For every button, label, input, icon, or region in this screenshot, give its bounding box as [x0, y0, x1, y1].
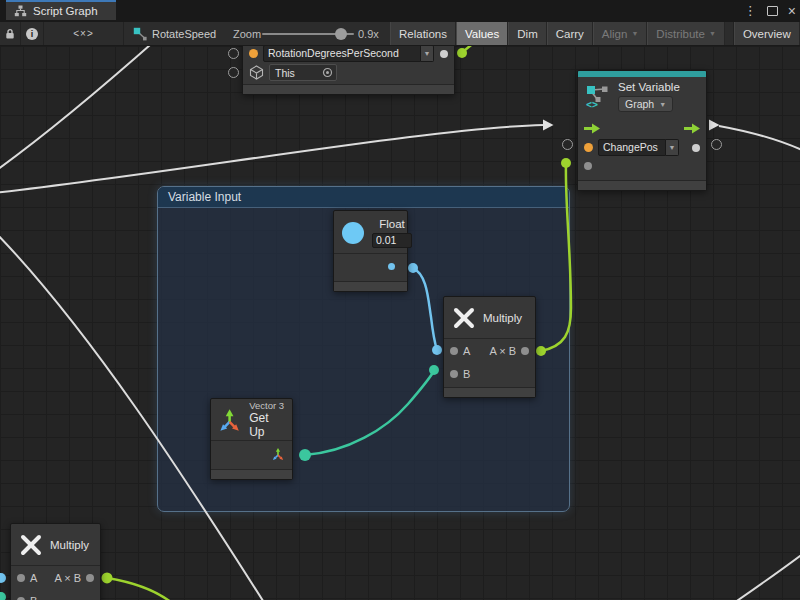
zoom-to-fit-button[interactable]: <×>	[44, 22, 124, 45]
graph-node-icon	[133, 27, 147, 41]
port-label: A	[30, 572, 37, 584]
flow-arrowhead	[709, 119, 719, 130]
flow-wire	[734, 553, 800, 600]
multiply-x-icon	[19, 533, 43, 557]
tab-bar: Script Graph ⋮ ×	[0, 0, 800, 22]
flow-arrowhead	[543, 119, 553, 130]
value-port[interactable]	[249, 49, 258, 58]
node-title: Multiply	[50, 539, 89, 551]
node-title: Multiply	[483, 312, 522, 324]
value-port[interactable]	[388, 263, 395, 270]
value-port[interactable]	[17, 574, 25, 582]
target-object-field[interactable]: This	[269, 64, 337, 81]
float-icon	[342, 222, 364, 244]
float-value-input[interactable]	[372, 233, 412, 248]
zoom-slider-handle[interactable]	[335, 28, 347, 40]
value-port[interactable]	[584, 162, 592, 170]
toolbar-button-values[interactable]: Values	[456, 22, 508, 45]
tab-title: Script Graph	[33, 5, 98, 17]
tab-script-graph[interactable]: Script Graph	[6, 0, 116, 20]
node-multiply-bottom[interactable]: Multiply A A × B B	[10, 523, 101, 600]
chevron-down-icon[interactable]: ▼	[666, 139, 679, 156]
port-label: A × B	[54, 572, 81, 584]
value-port[interactable]	[86, 574, 94, 582]
vector3-axes-icon	[217, 407, 242, 433]
variable-name-value: RotationDegreesPerSecond	[263, 45, 421, 62]
toolbar-separator	[725, 22, 734, 45]
inspect-button[interactable]: i	[21, 22, 44, 45]
graph-name: RotateSpeed	[152, 28, 216, 40]
wire-endpoint	[101, 572, 112, 583]
toolbar-button-overview[interactable]: Overview	[734, 22, 800, 45]
group-header[interactable]: Variable Input	[158, 187, 569, 208]
value-bubble	[228, 67, 239, 78]
object-picker-icon[interactable]	[322, 67, 333, 78]
chevron-down-icon[interactable]: ▼	[421, 45, 434, 62]
set-variable-icon: <>	[584, 83, 611, 110]
toolbar-button-relations[interactable]: Relations	[390, 22, 456, 45]
menu-icon[interactable]: ⋮	[744, 0, 757, 22]
svg-text:<>: <>	[586, 99, 598, 110]
wire-endpoint	[561, 158, 571, 168]
node-multiply-top[interactable]: Multiply A A × B B	[443, 296, 536, 398]
variable-name-dropdown[interactable]: RotationDegreesPerSecond ▼	[263, 45, 434, 62]
port-label: A × B	[489, 345, 516, 357]
node-float-literal[interactable]: Float	[333, 210, 408, 292]
port-label: B	[30, 595, 37, 600]
value-bubble	[562, 139, 573, 150]
value-port[interactable]	[692, 144, 700, 152]
vector3-port-icon[interactable]	[271, 447, 285, 461]
value-port[interactable]	[584, 143, 593, 152]
toolbar-button-distribute[interactable]: Distribute▼	[647, 22, 725, 45]
node-set-variable[interactable]: <> Set Variable Graph ▼ ChangePos ▼	[577, 70, 707, 191]
graph-tree-icon	[14, 5, 27, 17]
node-type-label: Vector 3	[249, 400, 286, 411]
node-get-up[interactable]: Vector 3 Get Up	[210, 398, 293, 480]
toolbar-button-align[interactable]: Align▼	[593, 22, 648, 45]
node-title: Float	[372, 218, 412, 230]
node-footer	[211, 469, 292, 479]
chevron-down-icon: ▼	[709, 30, 716, 37]
target-value: This	[275, 67, 295, 79]
node-footer	[243, 84, 454, 94]
close-icon[interactable]: ×	[788, 0, 796, 22]
graph-toolbar: i <×> RotateSpeed Zoom 0.9x Relations Va…	[0, 22, 800, 46]
cube-icon	[249, 65, 264, 80]
node-title: Set Variable	[618, 81, 680, 93]
info-icon: i	[26, 28, 38, 40]
wire-endpoint	[0, 573, 6, 583]
value-port[interactable]	[440, 50, 448, 58]
port-label: B	[463, 368, 470, 380]
value-port[interactable]	[17, 597, 25, 600]
toolbar-button-carry[interactable]: Carry	[547, 22, 593, 45]
value-port[interactable]	[450, 370, 458, 378]
node-footer	[444, 387, 535, 397]
variable-name-dropdown[interactable]: ChangePos ▼	[598, 139, 679, 156]
flow-wire	[719, 126, 800, 151]
wire-endpoint	[457, 48, 467, 58]
value-port[interactable]	[450, 347, 458, 355]
chevron-down-icon: ▼	[631, 30, 638, 37]
node-title: Get Up	[249, 411, 286, 439]
node-footer	[334, 281, 407, 291]
value-bubble	[228, 48, 239, 59]
zoom-label: Zoom	[233, 22, 261, 45]
scope-dropdown[interactable]: Graph ▼	[618, 96, 673, 112]
value-bubble	[711, 139, 722, 150]
node-footer	[578, 180, 706, 190]
port-label: A	[463, 345, 470, 357]
fit-icon: <×>	[73, 28, 94, 39]
value-wire-green	[107, 578, 172, 600]
value-port[interactable]	[521, 347, 529, 355]
lock-icon	[5, 28, 15, 40]
multiply-x-icon	[452, 306, 476, 330]
toolbar-button-dim[interactable]: Dim	[508, 22, 546, 45]
flow-out-port[interactable]	[684, 123, 700, 134]
maximize-icon[interactable]	[767, 6, 778, 16]
lock-button[interactable]	[0, 22, 21, 45]
flow-wire	[0, 38, 158, 172]
flow-in-port[interactable]	[584, 123, 600, 134]
flow-wire	[0, 125, 543, 193]
scope-value: Graph	[625, 98, 654, 110]
script-graph-canvas[interactable]: Variable Input	[0, 0, 800, 600]
